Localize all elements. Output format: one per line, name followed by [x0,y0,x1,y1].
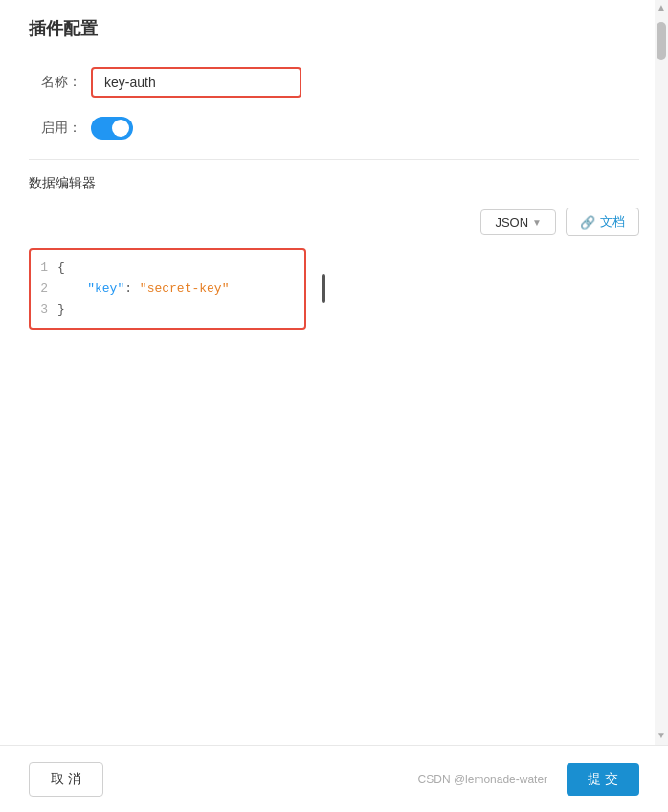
code-editor-container: 1 { 2 "key": "secret-key" 3 } [29,248,306,330]
bottom-bar: 取 消 CSDN @lemonade-water 提 交 [0,745,668,812]
code-key: "key" [87,281,124,296]
code-content-1: { [57,257,293,278]
name-row: 名称： [29,67,639,98]
name-input[interactable] [91,67,301,98]
code-line-3: 3 } [31,299,304,320]
indent [57,281,87,296]
line-number-1: 1 [31,257,57,278]
code-line-2: 2 "key": "secret-key" [31,278,304,299]
data-editor-title: 数据编辑器 [29,175,639,192]
name-label: 名称： [29,74,81,91]
editor-scrollbar [322,274,325,303]
json-format-button[interactable]: JSON ▼ [480,209,556,235]
docs-button[interactable]: 🔗 文档 [566,208,639,236]
watermark-text: CSDN @lemonade-water [418,773,548,786]
cancel-button[interactable]: 取 消 [29,762,103,797]
enabled-toggle[interactable] [91,117,133,140]
section-divider [29,159,639,160]
colon: : [124,281,140,296]
json-label: JSON [495,215,528,230]
bottom-right: CSDN @lemonade-water 提 交 [418,763,639,796]
link-icon: 🔗 [580,215,595,230]
code-value: "secret-key" [140,281,230,296]
code-content-2: "key": "secret-key" [57,278,293,299]
line-number-3: 3 [31,299,57,320]
enabled-row: 启用： [29,117,639,140]
page-container: ▲ ▼ 插件配置 名称： 启用： 数据编辑器 JSON ▼ [0,0,668,812]
code-line-1: 1 { [31,257,304,278]
editor-toolbar: JSON ▼ 🔗 文档 [29,208,639,236]
chevron-down-icon: ▼ [532,217,542,228]
main-scroll[interactable]: 插件配置 名称： 启用： 数据编辑器 JSON ▼ 🔗 文档 [0,0,668,812]
line-number-2: 2 [31,278,57,299]
toggle-slider [91,117,133,140]
submit-button[interactable]: 提 交 [567,763,639,796]
enabled-label: 启用： [29,120,81,137]
docs-label: 文档 [600,213,625,230]
page-title: 插件配置 [29,17,639,40]
code-editor[interactable]: 1 { 2 "key": "secret-key" 3 } [29,248,306,330]
code-content-3: } [57,299,293,320]
